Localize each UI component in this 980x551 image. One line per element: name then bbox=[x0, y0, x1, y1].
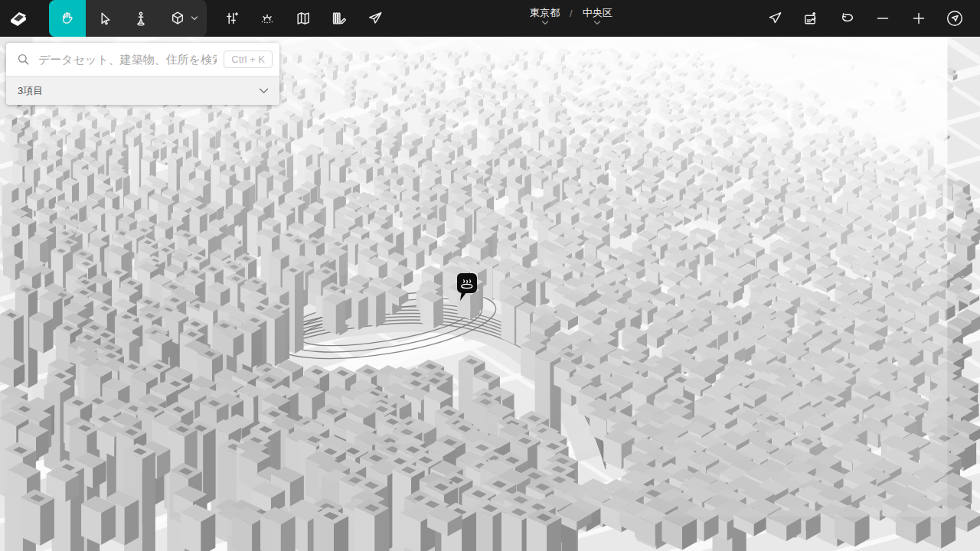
breadcrumb-separator: / bbox=[570, 7, 573, 20]
city-3d-scene bbox=[0, 37, 980, 551]
dataset-summary-row[interactable]: 3項目 bbox=[6, 76, 279, 105]
pedestrian-icon bbox=[132, 9, 150, 28]
sketch-button[interactable] bbox=[321, 0, 357, 37]
cube-icon bbox=[168, 9, 187, 28]
sketch-icon bbox=[330, 9, 348, 28]
search-row: Ctrl + K bbox=[6, 43, 279, 76]
breadcrumb-ward[interactable]: 中央区 bbox=[583, 7, 612, 25]
plateau-logo-icon bbox=[7, 7, 30, 30]
zoom-in-icon bbox=[910, 9, 928, 28]
chevron-down-icon bbox=[259, 88, 269, 94]
shortcut-badge: Ctrl + K bbox=[224, 51, 273, 68]
select-tool-button[interactable] bbox=[86, 0, 122, 37]
scene-capture-button[interactable] bbox=[792, 0, 828, 37]
location-button[interactable] bbox=[756, 0, 792, 37]
zoom-out-button[interactable] bbox=[864, 0, 900, 37]
zoom-in-button[interactable] bbox=[900, 0, 936, 37]
compass-reset-button[interactable] bbox=[936, 0, 972, 37]
chevron-down-icon bbox=[541, 21, 549, 25]
pedestrian-tool-button[interactable] bbox=[122, 0, 159, 37]
pan-tool-button[interactable] bbox=[49, 0, 86, 37]
toolbar-actions-right bbox=[756, 0, 972, 37]
compass-reset-icon bbox=[945, 8, 965, 28]
basemap-button[interactable] bbox=[285, 0, 321, 37]
hand-icon bbox=[58, 9, 77, 28]
location-icon bbox=[766, 9, 784, 28]
app-logo bbox=[0, 0, 37, 37]
breadcrumb: 東京都 / 中央区 bbox=[530, 0, 612, 37]
cursor-icon bbox=[95, 9, 113, 28]
share-icon bbox=[366, 9, 384, 28]
search-icon bbox=[16, 52, 31, 67]
tool-group bbox=[49, 0, 207, 37]
map-marker[interactable] bbox=[456, 272, 478, 303]
prefecture-label: 東京都 bbox=[530, 7, 560, 19]
basemap-icon bbox=[294, 9, 312, 28]
search-input[interactable] bbox=[38, 53, 217, 66]
display-settings-button[interactable] bbox=[213, 0, 249, 37]
search-panel: Ctrl + K 3項目 bbox=[6, 43, 279, 105]
sun-shade-icon bbox=[258, 9, 276, 28]
top-toolbar: 東京都 / 中央区 bbox=[0, 0, 980, 37]
settings-sliders-icon bbox=[222, 9, 240, 28]
map-viewport[interactable] bbox=[0, 37, 980, 551]
zoom-out-icon bbox=[874, 9, 892, 28]
chevron-down-icon bbox=[593, 21, 601, 25]
dataset-count-label: 3項目 bbox=[18, 84, 43, 98]
scene-capture-icon bbox=[802, 9, 820, 28]
share-button[interactable] bbox=[357, 0, 393, 37]
chevron-down-icon bbox=[191, 15, 198, 21]
ward-label: 中央区 bbox=[583, 7, 612, 19]
toolbar-actions-left bbox=[213, 0, 393, 37]
breadcrumb-prefecture[interactable]: 東京都 bbox=[530, 7, 560, 25]
rotate-view-button[interactable] bbox=[828, 0, 864, 37]
model-tool-button[interactable] bbox=[159, 0, 207, 37]
rotate-view-icon bbox=[838, 9, 856, 28]
shadow-button[interactable] bbox=[249, 0, 285, 37]
